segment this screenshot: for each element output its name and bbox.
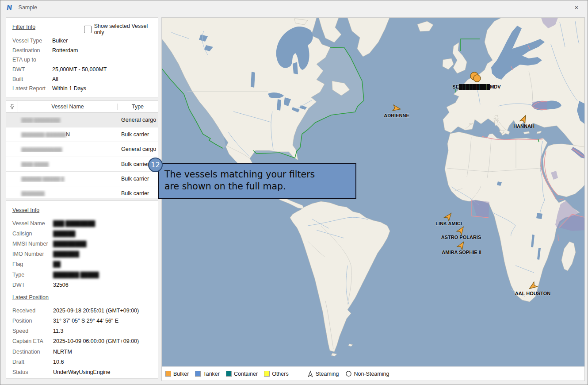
info-row: Flag██ bbox=[12, 259, 158, 270]
map-legend: BulkerTankerContainerOthers Steaming Non… bbox=[162, 366, 584, 381]
info-label: Received bbox=[12, 308, 53, 314]
legend-color-swatch bbox=[165, 371, 171, 377]
redacted-vessel-name: ██████████████ bbox=[21, 147, 62, 152]
filter-label: Vessel Type bbox=[12, 38, 52, 44]
table-row[interactable]: ███████ ██████ █Bulk carrier bbox=[6, 172, 158, 186]
non-steaming-circle-icon bbox=[345, 370, 352, 377]
redacted-value: ███ ████████ bbox=[53, 220, 95, 227]
info-row: Callsign██████ bbox=[12, 228, 158, 239]
redacted-vessel-name: ████ █████ bbox=[21, 162, 49, 167]
callout-text-line2: are shown on the full map. bbox=[164, 181, 355, 192]
callout-step-number: 12 bbox=[148, 158, 163, 172]
info-label: Vessel Name bbox=[12, 220, 53, 227]
vessel-type-cell: General cargo bbox=[117, 146, 158, 152]
info-row: Vessel Name███ ████████ bbox=[12, 218, 158, 228]
table-row[interactable]: ████████Bulk carrier bbox=[6, 186, 158, 201]
info-label: DWT bbox=[12, 282, 53, 288]
vessel-marker-icon[interactable] bbox=[527, 281, 538, 292]
info-row: Type███████ █████ bbox=[12, 270, 158, 280]
info-value: 11.3 bbox=[53, 328, 63, 334]
legend-color-swatch bbox=[226, 371, 232, 377]
info-value: 32506 bbox=[53, 282, 69, 288]
app-window: N Sample × Filter Info Show selected Ves… bbox=[0, 0, 588, 385]
table-body: ████ █████████General cargo████████ ████… bbox=[6, 113, 158, 201]
redacted-vessel-name: ███████ ██████ █ bbox=[21, 177, 64, 181]
vessel-marker-icon[interactable] bbox=[391, 103, 402, 114]
vessel-cluster-label: SE█████████MDV bbox=[452, 84, 500, 89]
vessel-name-suffix: N bbox=[66, 131, 70, 138]
filter-value: Within 1 Days bbox=[52, 85, 86, 92]
filter-row: BuiltAll bbox=[12, 74, 158, 84]
redacted-value: ███████ bbox=[53, 251, 79, 257]
pin-icon[interactable] bbox=[6, 101, 18, 112]
info-row: DWT32506 bbox=[12, 280, 158, 290]
table-header: Vessel Name Type bbox=[6, 101, 158, 113]
info-row: Position31° 37' 05" S 29° 44' 56" E bbox=[12, 316, 158, 326]
info-label: Status bbox=[12, 369, 53, 375]
app-logo-icon: N bbox=[6, 4, 13, 12]
filter-row: DestinationRotterdam bbox=[12, 46, 158, 55]
vessel-marker-icon[interactable] bbox=[456, 240, 467, 250]
info-label: Type bbox=[12, 272, 53, 278]
close-icon[interactable]: × bbox=[572, 3, 581, 12]
info-label: MMSI Number bbox=[12, 241, 53, 247]
checkbox-label: Show selected Vessel only bbox=[94, 23, 158, 35]
legend-steaming: Steaming bbox=[307, 370, 339, 377]
vessel-type-cell: General cargo bbox=[117, 117, 158, 123]
vessel-marker-icon[interactable] bbox=[456, 225, 466, 235]
vessel-name-cell: ██████████████ bbox=[18, 146, 117, 152]
info-value: 31° 37' 05" S 29° 44' 56" E bbox=[53, 318, 118, 324]
legend-color-swatch bbox=[195, 371, 201, 377]
vessel-cluster-icon[interactable] bbox=[468, 71, 483, 86]
vessel-marker-icon[interactable] bbox=[443, 211, 454, 222]
redacted-value: ██████ bbox=[53, 231, 75, 237]
table-row[interactable]: ████ █████████General cargo bbox=[6, 113, 158, 127]
filter-label: Latest Report bbox=[12, 85, 52, 92]
filter-info-heading: Filter Info bbox=[12, 24, 35, 30]
table-row[interactable]: ██████████████General cargo bbox=[6, 142, 158, 157]
tutorial-callout: The vessels matching your filters are sh… bbox=[158, 163, 356, 199]
info-row: IMO Number███████ bbox=[12, 249, 158, 259]
vessel-marker-icon[interactable] bbox=[519, 114, 529, 124]
info-row: MMSI Number█████████ bbox=[12, 239, 158, 249]
vessel-name-cell: ████ █████ bbox=[18, 161, 117, 167]
filter-info-panel: Filter Info Show selected Vessel only Ve… bbox=[6, 17, 158, 97]
legend-item: Bulker bbox=[165, 371, 189, 377]
info-value: 2025-09-18 20:55:01 (GMT+09:00) bbox=[53, 308, 139, 314]
legend-item: Tanker bbox=[195, 371, 220, 377]
vessel-type-cell: Bulk carrier bbox=[117, 176, 158, 182]
vessel-label: HANNAH bbox=[513, 123, 535, 129]
info-value: 10.6 bbox=[53, 359, 64, 365]
info-value: 2025-10-09 06:00:00 (GMT+09:00) bbox=[53, 338, 139, 344]
table-row[interactable]: ████████ ███████NBulk carrier bbox=[6, 127, 158, 142]
filter-label: DWT bbox=[12, 66, 52, 73]
filter-value: Rotterdam bbox=[52, 47, 78, 54]
vessel-name-cell: ████ █████████ bbox=[18, 117, 117, 123]
column-header-type[interactable]: Type bbox=[118, 104, 158, 110]
checkbox[interactable] bbox=[84, 26, 92, 33]
vessel-label: AMIRA SOPHIE II bbox=[442, 250, 481, 255]
filter-label: Built bbox=[12, 76, 52, 82]
legend-item: Container bbox=[226, 371, 258, 377]
info-value: UnderWayUsingEngine bbox=[53, 369, 110, 375]
vessel-info-rows: Vessel Name███ ████████Callsign██████MMS… bbox=[12, 218, 158, 290]
latest-position-rows: Received2025-09-18 20:55:01 (GMT+09:00)P… bbox=[12, 305, 158, 377]
show-selected-vessel-only[interactable]: Show selected Vessel only bbox=[84, 23, 158, 35]
filter-label: ETA up to bbox=[12, 57, 52, 63]
legend-item: Others bbox=[264, 371, 289, 377]
vessel-label: ASTRO POLARIS bbox=[441, 235, 481, 240]
info-label: Callsign bbox=[12, 231, 53, 237]
vessel-label: AAL HOUSTON bbox=[515, 291, 550, 296]
table-row[interactable]: ████ █████Bulk carrier bbox=[6, 157, 158, 172]
vessel-label: ADRIENNE bbox=[384, 113, 409, 118]
latest-position-heading: Latest Position bbox=[12, 294, 49, 300]
redacted-value: ██ bbox=[53, 261, 61, 267]
vessel-name-cell: ████████ bbox=[18, 190, 117, 196]
filter-rows: Vessel TypeBulkerDestinationRotterdamETA… bbox=[12, 36, 158, 93]
vessel-info-heading: Vessel Info bbox=[12, 207, 39, 213]
legend-non-steaming: Non-Steaming bbox=[345, 370, 389, 377]
filter-row: DWT25,000MT - 50,000MT bbox=[12, 65, 158, 74]
info-label: Speed bbox=[12, 328, 53, 334]
column-header-vessel-name[interactable]: Vessel Name bbox=[18, 104, 118, 110]
legend-label: Others bbox=[272, 371, 289, 377]
